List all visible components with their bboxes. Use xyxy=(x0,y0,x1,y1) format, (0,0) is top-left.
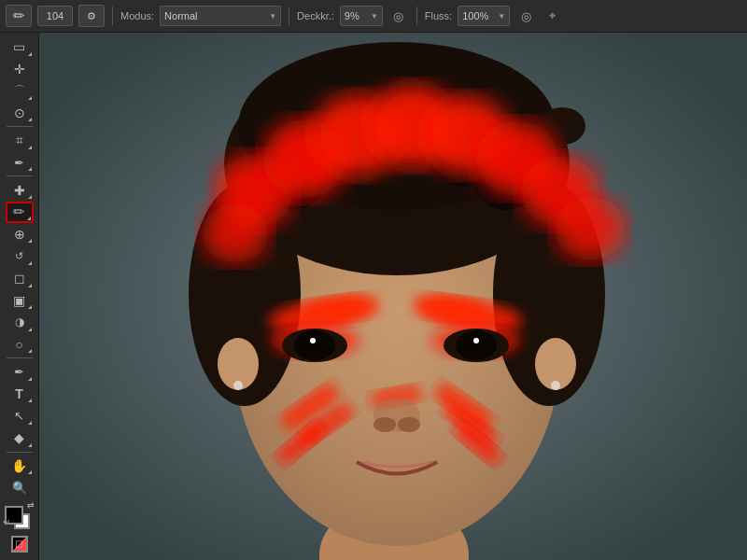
color-swap-icon[interactable]: ⇄ xyxy=(27,500,35,510)
tool-stamp-submenu xyxy=(28,239,32,243)
tool-blur[interactable]: ◑ xyxy=(6,312,34,333)
main-area: ▭ ✛ ⌒ ⊙ ⌗ ✒ ✚ xyxy=(0,33,747,560)
brush-preset-button[interactable]: ✏ xyxy=(6,5,32,27)
toolbox-separator-4 xyxy=(7,452,33,453)
tool-hand-submenu xyxy=(28,470,32,474)
separator-3 xyxy=(416,7,417,25)
tool-marquee[interactable]: ▭ xyxy=(6,36,34,58)
tool-pen-submenu xyxy=(28,377,32,381)
tool-crop[interactable]: ⌗ xyxy=(6,130,34,151)
tool-dodge-submenu xyxy=(28,349,32,353)
tool-stamp[interactable]: ⊕ xyxy=(6,224,34,245)
modus-label: Modus: xyxy=(120,10,154,21)
modus-dropdown-arrow: ▼ xyxy=(269,12,276,21)
deckkr-value: 9% xyxy=(345,10,359,21)
color-reset-icon[interactable]: ↩ xyxy=(3,517,10,526)
tool-qs-submenu xyxy=(28,118,32,121)
tool-eye-submenu xyxy=(28,167,32,171)
tool-path-select[interactable]: ↖ xyxy=(6,405,34,427)
tool-move[interactable]: ✛ xyxy=(6,59,34,80)
toolbox-separator-3 xyxy=(7,357,33,358)
tool-pen[interactable]: ✒ xyxy=(6,361,34,383)
svg-point-23 xyxy=(555,197,626,260)
tool-lasso[interactable]: ⌒ xyxy=(6,80,34,102)
tool-text-submenu xyxy=(28,399,32,402)
modus-value: Normal xyxy=(164,10,197,21)
tool-brush[interactable]: ✏ xyxy=(6,202,34,223)
svg-point-51 xyxy=(233,381,243,390)
svg-point-24 xyxy=(202,203,269,263)
fluss-value: 100% xyxy=(462,10,488,21)
tool-history-brush[interactable]: ↺ xyxy=(6,245,34,267)
svg-point-52 xyxy=(551,381,560,390)
tool-brush-submenu xyxy=(27,217,31,220)
deckkr-label: Deckkr.: xyxy=(297,10,334,21)
svg-point-45 xyxy=(473,338,479,343)
tool-hbrush-submenu xyxy=(28,261,32,265)
tool-heal-submenu xyxy=(28,195,32,199)
modus-dropdown[interactable]: Normal ▼ xyxy=(160,6,281,26)
tool-quick-mask[interactable]: ◻ xyxy=(6,533,34,554)
tool-path-submenu xyxy=(28,421,32,425)
tool-dodge[interactable]: ○ xyxy=(6,334,34,356)
tool-gradient[interactable]: ▣ xyxy=(6,290,34,312)
svg-point-48 xyxy=(398,417,420,432)
brush-size-input[interactable]: 104 xyxy=(37,6,73,26)
fluss-label: Fluss: xyxy=(425,10,452,21)
toolbox: ▭ ✛ ⌒ ⊙ ⌗ ✒ ✚ xyxy=(0,33,39,560)
canvas-area[interactable] xyxy=(39,33,747,560)
fluss-arrow: ▼ xyxy=(498,12,505,21)
deckkr-dropdown[interactable]: 9% ▼ xyxy=(340,6,383,26)
tool-healing[interactable]: ✚ xyxy=(6,179,34,201)
tool-has-submenu-indicator xyxy=(28,52,32,56)
fluss-dropdown[interactable]: 100% ▼ xyxy=(458,6,510,26)
airbrush-toggle[interactable]: ◎ xyxy=(388,6,409,26)
separator-2 xyxy=(289,7,289,25)
tool-shape[interactable]: ◆ xyxy=(6,427,34,449)
tool-crop-submenu xyxy=(28,146,32,149)
brush-size-value: 104 xyxy=(47,10,63,21)
pressure-toggle[interactable]: ◎ xyxy=(515,6,536,26)
svg-point-47 xyxy=(374,417,396,432)
tool-text[interactable]: T xyxy=(6,384,34,405)
canvas-svg xyxy=(39,33,747,560)
deckkr-arrow: ▼ xyxy=(371,12,378,21)
tool-quick-select[interactable]: ⊙ xyxy=(6,103,34,124)
tool-gradient-submenu xyxy=(28,305,32,309)
tool-zoom[interactable]: 🔍 xyxy=(6,477,34,498)
smoothing-toggle[interactable]: ⌖ xyxy=(542,6,562,26)
toolbox-separator-1 xyxy=(7,126,33,127)
color-swatches[interactable]: ⇄ ↩ xyxy=(3,500,36,529)
tool-lasso-submenu xyxy=(28,96,32,100)
separator-1 xyxy=(112,7,113,25)
svg-point-41 xyxy=(310,338,316,343)
tool-eyedropper[interactable]: ✒ xyxy=(6,152,34,174)
brush-settings-button[interactable]: ⚙ xyxy=(78,5,105,27)
tool-shape-submenu xyxy=(28,443,32,447)
tool-blur-submenu xyxy=(28,328,32,331)
toolbox-separator-2 xyxy=(7,175,33,176)
tool-hand[interactable]: ✋ xyxy=(6,455,34,476)
tool-eraser[interactable]: ◻ xyxy=(6,268,34,289)
tool-eraser-submenu xyxy=(28,284,32,287)
top-toolbar: ✏ 104 ⚙ Modus: Normal ▼ Deckkr.: 9% ▼ ◎ … xyxy=(0,0,747,33)
